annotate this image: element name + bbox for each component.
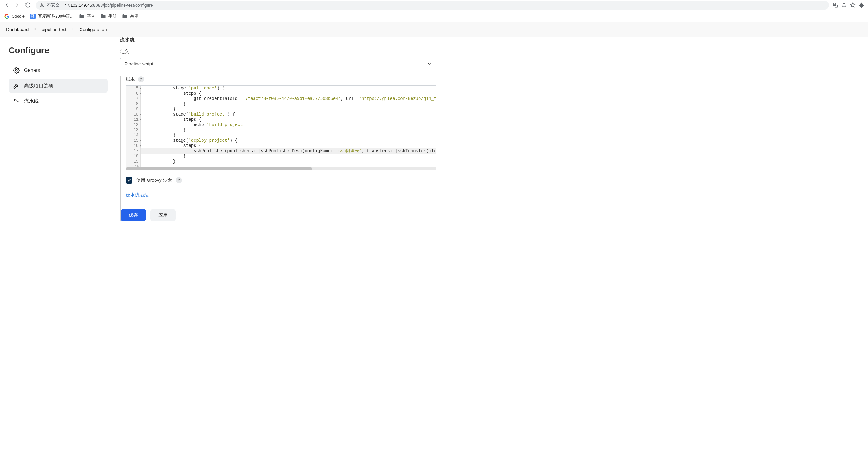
bookmark-label: 平台: [87, 13, 95, 19]
pipeline-syntax-link[interactable]: 流水线语法: [126, 192, 149, 197]
section-title-pipeline: 流水线: [120, 37, 436, 43]
chevron-right-icon: [71, 27, 75, 32]
reload-button[interactable]: [23, 1, 32, 9]
editor-gutter: 567891011121314151617181920: [126, 86, 141, 166]
pipeline-icon: [13, 98, 20, 104]
definition-label: 定义: [120, 49, 436, 55]
script-editor[interactable]: 567891011121314151617181920 stage('pull …: [126, 86, 436, 167]
sandbox-label: 使用 Groovy 沙盒: [136, 177, 172, 183]
sandbox-help-button[interactable]: ?: [176, 177, 182, 183]
sidebar-item-general[interactable]: General: [9, 63, 107, 78]
page-title: Configure: [9, 45, 107, 55]
url-port: :8088: [92, 3, 103, 8]
bookmark-folder-manual[interactable]: 手册: [100, 13, 117, 19]
script-help-button[interactable]: ?: [138, 76, 144, 82]
star-icon[interactable]: [850, 2, 856, 8]
folder-icon: [100, 14, 106, 19]
sidebar-item-label: 流水线: [24, 98, 39, 104]
url-host: 47.102.149.46: [65, 3, 92, 8]
extension-icons: [833, 2, 866, 8]
config-content: 流水线 定义 Pipeline script 脚本 ? 567891011121…: [114, 37, 449, 234]
bookmark-label: 杂项: [130, 13, 138, 19]
google-icon: [4, 14, 9, 19]
config-sidebar: Configure General 高级项目选项 流水线: [0, 37, 114, 234]
editor-horizontal-scrollbar[interactable]: [126, 167, 436, 170]
bookmark-baidu-translate[interactable]: 译 百度翻译-200种语...: [30, 13, 73, 19]
save-button[interactable]: 保存: [121, 209, 146, 221]
bookmark-label: 百度翻译-200种语...: [38, 13, 73, 19]
bookmark-label: Google: [12, 14, 25, 19]
sidebar-item-label: General: [24, 68, 41, 73]
bookmark-folder-platform[interactable]: 平台: [79, 13, 95, 19]
forward-button[interactable]: [13, 1, 22, 9]
bookmarks-bar: Google 译 百度翻译-200种语... 平台 手册 杂项: [0, 10, 868, 22]
chevron-down-icon: [427, 61, 432, 66]
sandbox-checkbox[interactable]: [126, 177, 132, 184]
folder-icon: [79, 14, 85, 19]
folder-icon: [122, 14, 128, 19]
bookmark-google[interactable]: Google: [4, 14, 25, 19]
bookmark-label: 手册: [108, 13, 117, 19]
editor-body[interactable]: stage('pull code') { steps { git credent…: [141, 86, 436, 166]
check-icon: [127, 178, 131, 182]
insecure-label: 不安全: [47, 2, 60, 8]
bookmark-folder-misc[interactable]: 杂项: [122, 13, 138, 19]
sidebar-item-advanced[interactable]: 高级项目选项: [9, 79, 107, 93]
extensions-icon[interactable]: [859, 2, 864, 8]
breadcrumb: Dashboard pipeline-test Configuration: [0, 22, 868, 37]
definition-value: Pipeline script: [124, 61, 153, 66]
crumb-page[interactable]: Configuration: [79, 27, 107, 32]
translate-badge-icon: 译: [30, 13, 36, 19]
gear-icon: [13, 67, 20, 74]
insecure-icon: [39, 3, 44, 8]
browser-toolbar: 不安全 | 47.102.149.46:8088/job/pipeline-te…: [0, 0, 868, 10]
crumb-dashboard[interactable]: Dashboard: [6, 27, 29, 32]
sidebar-item-label: 高级项目选项: [24, 83, 54, 89]
definition-select[interactable]: Pipeline script: [120, 58, 436, 69]
script-label: 脚本: [126, 77, 135, 82]
url-path: /job/pipeline-test/configure: [103, 3, 153, 8]
wrench-icon: [13, 82, 20, 89]
sidebar-item-pipeline[interactable]: 流水线: [9, 94, 107, 108]
share-icon[interactable]: [841, 2, 847, 8]
crumb-job[interactable]: pipeline-test: [41, 27, 66, 32]
address-bar[interactable]: 不安全 | 47.102.149.46:8088/job/pipeline-te…: [36, 1, 829, 9]
apply-button[interactable]: 应用: [150, 209, 176, 221]
svg-point-2: [16, 69, 17, 71]
back-button[interactable]: [2, 1, 11, 9]
chevron-right-icon: [33, 27, 37, 32]
translate-icon[interactable]: [833, 2, 838, 8]
scrollbar-thumb[interactable]: [126, 167, 312, 170]
